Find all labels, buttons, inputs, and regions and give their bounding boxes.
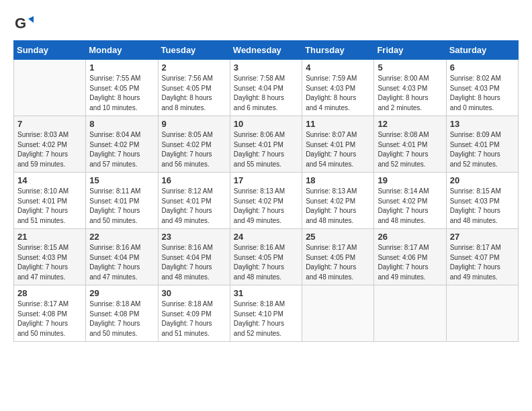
day-number: 7 xyxy=(17,119,82,129)
calendar-cell: 15Sunrise: 8:11 AM Sunset: 4:01 PM Dayli… xyxy=(86,173,158,229)
day-number: 16 xyxy=(162,175,226,185)
day-info: Sunrise: 8:10 AM Sunset: 4:01 PM Dayligh… xyxy=(17,187,82,226)
weekday-wednesday: Wednesday xyxy=(230,41,302,60)
day-info: Sunrise: 8:11 AM Sunset: 4:01 PM Dayligh… xyxy=(89,187,154,226)
day-number: 26 xyxy=(378,232,442,242)
day-number: 12 xyxy=(378,119,442,129)
day-number: 13 xyxy=(450,119,515,129)
day-number: 11 xyxy=(306,119,370,129)
calendar-cell: 16Sunrise: 8:12 AM Sunset: 4:01 PM Dayli… xyxy=(158,173,230,229)
calendar-cell: 25Sunrise: 8:17 AM Sunset: 4:05 PM Dayli… xyxy=(302,229,374,285)
logo-icon: G xyxy=(13,13,34,34)
day-info: Sunrise: 8:15 AM Sunset: 4:03 PM Dayligh… xyxy=(17,243,82,282)
day-info: Sunrise: 8:12 AM Sunset: 4:01 PM Dayligh… xyxy=(162,187,226,226)
calendar-cell xyxy=(374,285,446,342)
day-number: 6 xyxy=(450,62,515,73)
calendar-cell: 18Sunrise: 8:13 AM Sunset: 4:02 PM Dayli… xyxy=(302,173,374,229)
day-info: Sunrise: 8:13 AM Sunset: 4:02 PM Dayligh… xyxy=(306,187,370,226)
day-info: Sunrise: 8:18 AM Sunset: 4:08 PM Dayligh… xyxy=(89,300,154,338)
day-info: Sunrise: 8:03 AM Sunset: 4:02 PM Dayligh… xyxy=(17,130,82,169)
calendar-week-4: 21Sunrise: 8:15 AM Sunset: 4:03 PM Dayli… xyxy=(14,229,519,285)
day-info: Sunrise: 7:59 AM Sunset: 4:03 PM Dayligh… xyxy=(306,74,370,113)
calendar-cell: 14Sunrise: 8:10 AM Sunset: 4:01 PM Dayli… xyxy=(14,173,86,229)
day-info: Sunrise: 8:05 AM Sunset: 4:02 PM Dayligh… xyxy=(162,130,226,169)
day-info: Sunrise: 8:08 AM Sunset: 4:01 PM Dayligh… xyxy=(378,130,442,169)
calendar-cell: 21Sunrise: 8:15 AM Sunset: 4:03 PM Dayli… xyxy=(14,229,86,285)
calendar-cell xyxy=(302,285,374,342)
day-number: 4 xyxy=(306,62,370,73)
svg-marker-1 xyxy=(28,16,34,23)
day-info: Sunrise: 8:17 AM Sunset: 4:05 PM Dayligh… xyxy=(306,243,370,282)
day-number: 8 xyxy=(89,119,154,129)
calendar-week-2: 7Sunrise: 8:03 AM Sunset: 4:02 PM Daylig… xyxy=(14,116,519,173)
day-number: 27 xyxy=(450,232,515,242)
day-info: Sunrise: 8:15 AM Sunset: 4:03 PM Dayligh… xyxy=(450,187,515,226)
calendar-cell: 26Sunrise: 8:17 AM Sunset: 4:06 PM Dayli… xyxy=(374,229,446,285)
calendar-table: SundayMondayTuesdayWednesdayThursdayFrid… xyxy=(13,40,519,342)
weekday-monday: Monday xyxy=(86,41,158,60)
calendar-cell: 3Sunrise: 7:58 AM Sunset: 4:04 PM Daylig… xyxy=(230,60,302,116)
calendar-cell: 29Sunrise: 8:18 AM Sunset: 4:08 PM Dayli… xyxy=(86,285,158,342)
day-info: Sunrise: 8:07 AM Sunset: 4:01 PM Dayligh… xyxy=(306,130,370,169)
day-info: Sunrise: 8:18 AM Sunset: 4:10 PM Dayligh… xyxy=(234,300,298,338)
calendar-cell: 22Sunrise: 8:16 AM Sunset: 4:04 PM Dayli… xyxy=(86,229,158,285)
day-number: 21 xyxy=(17,232,82,242)
day-info: Sunrise: 8:02 AM Sunset: 4:03 PM Dayligh… xyxy=(450,74,515,113)
day-number: 2 xyxy=(162,62,226,73)
day-info: Sunrise: 8:06 AM Sunset: 4:01 PM Dayligh… xyxy=(234,130,298,169)
day-number: 1 xyxy=(89,62,154,73)
day-number: 29 xyxy=(89,288,154,298)
day-number: 28 xyxy=(17,288,82,298)
weekday-thursday: Thursday xyxy=(302,41,374,60)
calendar-cell: 5Sunrise: 8:00 AM Sunset: 4:03 PM Daylig… xyxy=(374,60,446,116)
calendar-week-1: 1Sunrise: 7:55 AM Sunset: 4:05 PM Daylig… xyxy=(14,60,519,116)
day-number: 31 xyxy=(234,288,298,298)
day-info: Sunrise: 8:16 AM Sunset: 4:05 PM Dayligh… xyxy=(234,243,298,282)
day-number: 20 xyxy=(450,175,515,185)
day-info: Sunrise: 8:16 AM Sunset: 4:04 PM Dayligh… xyxy=(162,243,226,282)
day-info: Sunrise: 8:13 AM Sunset: 4:02 PM Dayligh… xyxy=(234,187,298,226)
day-number: 14 xyxy=(17,175,82,185)
weekday-tuesday: Tuesday xyxy=(158,41,230,60)
calendar-cell: 13Sunrise: 8:09 AM Sunset: 4:01 PM Dayli… xyxy=(446,116,518,173)
calendar-cell: 23Sunrise: 8:16 AM Sunset: 4:04 PM Dayli… xyxy=(158,229,230,285)
calendar-cell: 2Sunrise: 7:56 AM Sunset: 4:05 PM Daylig… xyxy=(158,60,230,116)
day-number: 10 xyxy=(234,119,298,129)
calendar-cell xyxy=(14,60,86,116)
weekday-header-row: SundayMondayTuesdayWednesdayThursdayFrid… xyxy=(14,41,519,60)
day-info: Sunrise: 8:04 AM Sunset: 4:02 PM Dayligh… xyxy=(89,130,154,169)
day-number: 30 xyxy=(162,288,226,298)
calendar-cell: 27Sunrise: 8:17 AM Sunset: 4:07 PM Dayli… xyxy=(446,229,518,285)
day-info: Sunrise: 7:58 AM Sunset: 4:04 PM Dayligh… xyxy=(234,74,298,113)
calendar-week-3: 14Sunrise: 8:10 AM Sunset: 4:01 PM Dayli… xyxy=(14,173,519,229)
day-number: 5 xyxy=(378,62,442,73)
calendar-cell: 9Sunrise: 8:05 AM Sunset: 4:02 PM Daylig… xyxy=(158,116,230,173)
calendar-cell: 10Sunrise: 8:06 AM Sunset: 4:01 PM Dayli… xyxy=(230,116,302,173)
calendar-cell: 7Sunrise: 8:03 AM Sunset: 4:02 PM Daylig… xyxy=(14,116,86,173)
day-info: Sunrise: 8:14 AM Sunset: 4:02 PM Dayligh… xyxy=(378,187,442,226)
day-info: Sunrise: 8:18 AM Sunset: 4:09 PM Dayligh… xyxy=(162,300,226,338)
calendar-cell: 6Sunrise: 8:02 AM Sunset: 4:03 PM Daylig… xyxy=(446,60,518,116)
day-info: Sunrise: 8:00 AM Sunset: 4:03 PM Dayligh… xyxy=(378,74,442,113)
calendar-cell: 1Sunrise: 7:55 AM Sunset: 4:05 PM Daylig… xyxy=(86,60,158,116)
calendar-cell: 20Sunrise: 8:15 AM Sunset: 4:03 PM Dayli… xyxy=(446,173,518,229)
logo: G xyxy=(13,13,36,34)
calendar-cell: 11Sunrise: 8:07 AM Sunset: 4:01 PM Dayli… xyxy=(302,116,374,173)
calendar-week-5: 28Sunrise: 8:17 AM Sunset: 4:08 PM Dayli… xyxy=(14,285,519,342)
calendar-cell: 4Sunrise: 7:59 AM Sunset: 4:03 PM Daylig… xyxy=(302,60,374,116)
calendar-cell: 8Sunrise: 8:04 AM Sunset: 4:02 PM Daylig… xyxy=(86,116,158,173)
day-info: Sunrise: 7:56 AM Sunset: 4:05 PM Dayligh… xyxy=(162,74,226,113)
calendar-cell: 24Sunrise: 8:16 AM Sunset: 4:05 PM Dayli… xyxy=(230,229,302,285)
calendar-cell: 30Sunrise: 8:18 AM Sunset: 4:09 PM Dayli… xyxy=(158,285,230,342)
day-number: 15 xyxy=(89,175,154,185)
day-info: Sunrise: 7:55 AM Sunset: 4:05 PM Dayligh… xyxy=(89,74,154,113)
day-number: 3 xyxy=(234,62,298,73)
calendar-cell: 31Sunrise: 8:18 AM Sunset: 4:10 PM Dayli… xyxy=(230,285,302,342)
page-header: G xyxy=(13,13,519,34)
day-number: 25 xyxy=(306,232,370,242)
weekday-saturday: Saturday xyxy=(446,41,518,60)
calendar-cell: 19Sunrise: 8:14 AM Sunset: 4:02 PM Dayli… xyxy=(374,173,446,229)
day-info: Sunrise: 8:17 AM Sunset: 4:07 PM Dayligh… xyxy=(450,243,515,282)
day-info: Sunrise: 8:17 AM Sunset: 4:08 PM Dayligh… xyxy=(17,300,82,338)
weekday-sunday: Sunday xyxy=(14,41,86,60)
